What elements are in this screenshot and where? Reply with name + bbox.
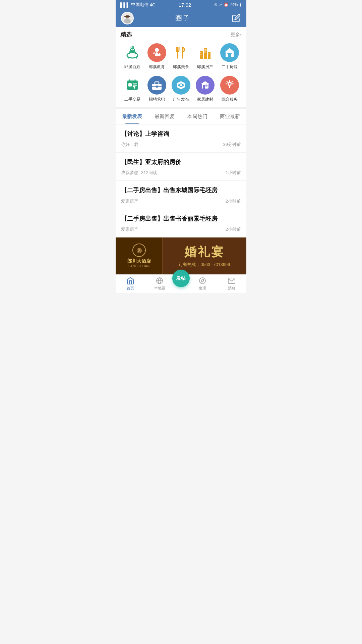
fab-post-button[interactable]: 发帖 <box>172 270 190 287</box>
nav-local-label: 本地圈 <box>154 286 165 291</box>
ad-sub-text: 订餐热线：0563--7013999 <box>179 262 230 268</box>
svg-rect-35 <box>203 85 205 89</box>
nav-home-label: 首页 <box>127 286 134 291</box>
svg-rect-21 <box>208 53 209 54</box>
ad-hotel-name: 郎川大酒店 <box>127 258 151 264</box>
ad-main-text: 婚礼宴 <box>184 244 225 260</box>
svg-rect-19 <box>204 51 205 53</box>
nav-message[interactable]: 消息 <box>217 277 247 291</box>
ad-hotel-en: LANGCHUAN <box>128 264 149 268</box>
category-label-baixing: 郎溪百姓 <box>124 64 140 70</box>
tab-hot[interactable]: 本周热门 <box>181 109 214 124</box>
category-label-guanggao: 广告发布 <box>173 97 189 102</box>
svg-point-7 <box>155 48 159 52</box>
svg-line-41 <box>227 82 228 82</box>
svg-rect-20 <box>205 49 206 51</box>
category-ershoufangyuan[interactable]: 二手房源 <box>218 43 242 70</box>
ad-logo: ㊜ <box>132 244 146 257</box>
location-icon: ⊕ <box>214 2 218 7</box>
svg-rect-27 <box>128 83 132 87</box>
post-meta: 成就梦想 312阅读 1小时前 <box>121 170 241 180</box>
post-time: 2小时前 <box>226 226 241 232</box>
svg-rect-15 <box>208 52 210 59</box>
status-bar: ▌▌▌ 中国电信 4G 17:02 ⊕ ↗ ⏰ 74% ▮ <box>116 0 246 9</box>
category-jiaju[interactable]: 家居建材 <box>193 76 217 102</box>
svg-rect-25 <box>231 53 232 54</box>
ad-content: 婚礼宴 订餐热线：0563--7013999 <box>163 240 246 271</box>
category-meishi[interactable]: 郎溪美食 <box>169 43 193 70</box>
category-ershoujiaoyi[interactable]: 二手交易 <box>120 76 144 102</box>
svg-point-2 <box>124 19 131 23</box>
category-zonghe[interactable]: 综合服务 <box>218 76 242 102</box>
svg-marker-34 <box>201 81 209 84</box>
svg-point-12 <box>182 48 185 51</box>
category-fangchan[interactable]: 郎溪房产 <box>193 43 217 70</box>
tab-reply[interactable]: 最新回复 <box>148 109 181 124</box>
featured-header: 精选 更多 › <box>120 31 242 39</box>
nav-discover[interactable]: 发现 <box>188 277 217 291</box>
nav-home[interactable]: 首页 <box>116 277 145 291</box>
alarm-icon: ⏰ <box>224 2 229 7</box>
category-label-zonghe: 综合服务 <box>222 97 238 102</box>
nav-discover-label: 发现 <box>199 286 206 291</box>
svg-rect-22 <box>228 53 231 57</box>
more-link[interactable]: 更多 › <box>231 32 242 38</box>
svg-rect-16 <box>200 52 201 53</box>
post-meta: 爱家房产 2小时前 <box>121 198 241 209</box>
header: 圈子 <box>116 9 246 27</box>
svg-rect-31 <box>156 86 158 88</box>
page-title: 圈子 <box>175 14 190 23</box>
category-label-jiaju: 家居建材 <box>197 97 213 102</box>
ad-banner[interactable]: ㊜ 郎川大酒店 LANGCHUAN 婚礼宴 订餐热线：0563--7013999 <box>116 237 246 274</box>
category-label-ershoujiaoyi: 二手交易 <box>124 97 140 102</box>
svg-text:㊜: ㊜ <box>136 248 142 253</box>
status-bar-right: ⊕ ↗ ⏰ 74% ▮ <box>214 2 242 7</box>
svg-point-8 <box>159 53 161 56</box>
featured-section: 精选 更多 › 郎溪百姓 <box>116 27 246 107</box>
category-guanggao[interactable]: 广告发布 <box>169 76 193 102</box>
edit-icon[interactable] <box>232 13 241 23</box>
navigation-icon: ↗ <box>219 2 222 7</box>
tab-business[interactable]: 商业最新 <box>214 109 247 124</box>
svg-rect-24 <box>227 53 229 54</box>
svg-rect-18 <box>204 49 205 51</box>
post-item[interactable]: 【讨论】上学咨询 你好，君 39分钟前 <box>116 124 246 153</box>
post-time: 39分钟前 <box>223 142 241 148</box>
svg-rect-36 <box>205 85 207 87</box>
post-item[interactable]: 【二手房出售】出售书香丽景毛坯房 爱家房产 2小时前 <box>116 209 246 237</box>
post-title: 【民生】亚太府的房价 <box>121 158 241 166</box>
signal-icon: ▌▌▌ <box>120 2 130 7</box>
post-title: 【二手房出售】出售东城国际毛坯房 <box>121 186 241 195</box>
post-meta: 你好，君 39分钟前 <box>121 142 241 152</box>
category-label-fangchan: 郎溪房产 <box>197 64 213 70</box>
post-meta: 爱家房产 2小时前 <box>121 226 241 237</box>
nav-local[interactable]: 本地圈 <box>145 277 175 291</box>
post-list: 【讨论】上学咨询 你好，君 39分钟前 【民生】亚太府的房价 成就梦想 312阅… <box>116 124 246 237</box>
tabs-section: 最新发表 最新回复 本周热门 商业最新 <box>116 107 246 124</box>
svg-rect-17 <box>200 54 201 55</box>
battery-icon: ▮ <box>239 2 242 7</box>
category-label-zhaopin: 招聘求职 <box>149 97 165 102</box>
network: 4G <box>150 2 156 7</box>
ad-hotel-info: ㊜ 郎川大酒店 LANGCHUAN <box>116 237 163 274</box>
carrier: 中国电信 <box>131 2 148 8</box>
category-jiaoyu[interactable]: 郎溪教育 <box>144 43 169 70</box>
post-title: 【讨论】上学咨询 <box>121 130 241 138</box>
category-zhaopin[interactable]: 招聘求职 <box>144 76 169 102</box>
category-label-jiaoyu: 郎溪教育 <box>149 64 165 70</box>
tab-latest[interactable]: 最新发表 <box>116 109 148 124</box>
category-grid: 郎溪百姓 郎溪教育 <box>120 43 242 107</box>
status-bar-time: 17:02 <box>179 2 191 8</box>
post-time: 2小时前 <box>226 198 241 204</box>
svg-line-42 <box>232 82 232 82</box>
post-item[interactable]: 【民生】亚太府的房价 成就梦想 312阅读 1小时前 <box>116 153 246 181</box>
svg-point-9 <box>153 52 155 54</box>
post-title: 【二手房出售】出售书香丽景毛坯房 <box>121 215 241 223</box>
post-item[interactable]: 【二手房出售】出售东城国际毛坯房 爱家房产 2小时前 <box>116 181 246 209</box>
svg-rect-4 <box>124 16 130 17</box>
avatar[interactable] <box>121 12 134 24</box>
category-label-ershoufangyuan: 二手房源 <box>222 64 238 70</box>
category-baixing[interactable]: 郎溪百姓 <box>120 43 144 70</box>
svg-point-32 <box>180 84 182 86</box>
battery: 74% <box>230 2 238 7</box>
